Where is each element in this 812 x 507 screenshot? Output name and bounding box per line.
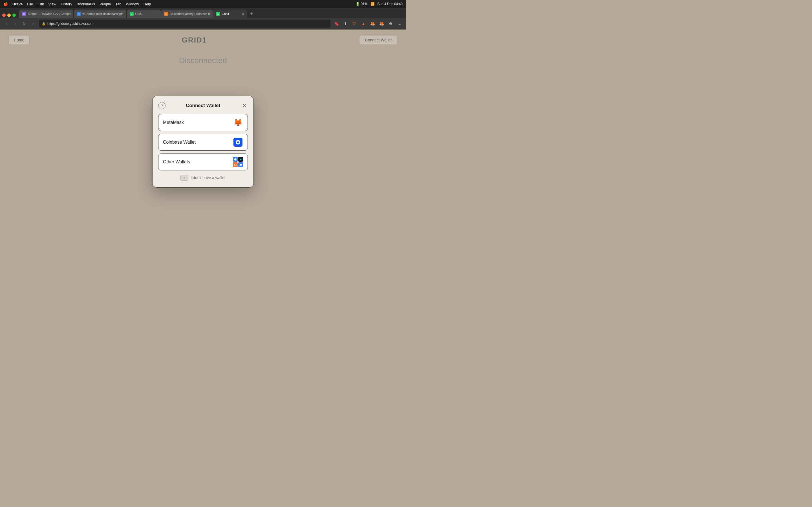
app-name[interactable]: Brave [12, 2, 22, 6]
share-icon[interactable]: ⬆ [342, 20, 349, 27]
toolbar-right: 🔖 ⬆ 🛡 ▲ 🦊 🦊 ⚙ ≡ [333, 20, 403, 27]
other-wallets-option[interactable]: Other Wallets [158, 154, 248, 170]
minimize-window-button[interactable] [7, 13, 11, 17]
wallet-options: MetaMask 🦊 Coinbase Wallet [158, 114, 248, 170]
tab-2[interactable]: ⬡ v1-admin-mint-dashboard/lpfs [74, 10, 126, 18]
menu-window[interactable]: Window [126, 2, 139, 6]
menu-icon[interactable]: ≡ [396, 20, 403, 27]
coinbase-label: Coinbase Wallet [163, 140, 196, 145]
wallet-card-icon [181, 175, 188, 180]
tab-2-favicon: ⬡ [77, 12, 81, 16]
tab-1-favicon: B [22, 12, 26, 16]
brave-shield-icon[interactable]: 🛡 [351, 20, 358, 27]
menu-edit[interactable]: Edit [38, 2, 44, 6]
menu-view[interactable]: View [49, 2, 56, 6]
tab-bar: B Button — Tailwind CSS Compo ⬡ v1-admin… [0, 8, 406, 18]
url-text: https://gridone.yashthakor.com [47, 22, 93, 25]
tab-5-label: Grid1 [221, 12, 240, 15]
forward-button[interactable]: › [12, 20, 18, 27]
tab-4-favicon: C [164, 12, 168, 16]
back-button[interactable]: ‹ [3, 20, 10, 27]
menu-history[interactable]: History [61, 2, 72, 6]
tab-5-favicon: G [216, 12, 220, 16]
other-wallets-label: Other Wallets [163, 159, 190, 165]
metamask-label: MetaMask [163, 120, 184, 125]
other-wallet-1 [233, 157, 238, 162]
no-wallet-text: I don't have a wallet [191, 175, 225, 180]
svg-point-1 [234, 164, 236, 166]
tab-3[interactable]: G Grid1 [127, 10, 161, 18]
other-wallet-4 [238, 162, 243, 167]
brave-rewards-icon[interactable]: ▲ [360, 20, 367, 27]
other-wallet-2 [238, 157, 243, 162]
tab-2-label: v1-admin-mint-dashboard/lpfs [82, 12, 123, 15]
page-content: Home GRID1 Connect Wallet Disconnected ?… [0, 30, 406, 253]
new-tab-button[interactable]: + [248, 10, 255, 17]
apple-menu[interactable]: 🍎 [3, 2, 8, 6]
no-wallet-row[interactable]: I don't have a wallet [158, 175, 248, 180]
modal-title: Connect Wallet [186, 103, 220, 108]
modal-header: ? Connect Wallet ✕ [158, 103, 248, 108]
tab-4-label: CollectionFactory | Address 0 [170, 12, 210, 15]
wifi-icon: 📶 [370, 2, 375, 6]
tab-1-label: Button — Tailwind CSS Compo [28, 12, 70, 15]
menu-bookmarks[interactable]: Bookmarks [77, 2, 95, 6]
battery-status: 🔋 91% [356, 2, 367, 6]
tab-5-close[interactable]: ✕ [242, 12, 244, 16]
bookmark-icon[interactable]: 🔖 [333, 20, 340, 27]
other-wallet-3 [233, 162, 238, 167]
close-modal-button[interactable]: ✕ [241, 102, 248, 109]
address-bar[interactable]: 🔒 https://gridone.yashthakor.com [39, 20, 331, 27]
close-window-button[interactable] [2, 13, 6, 17]
address-bar-row: ‹ › ↻ ⌂ 🔒 https://gridone.yashthakor.com… [0, 18, 406, 29]
metamask-option[interactable]: MetaMask 🦊 [158, 114, 248, 131]
secure-icon: 🔒 [42, 22, 46, 25]
metamask-browser-icon[interactable]: 🦊 [378, 20, 385, 27]
menu-tab[interactable]: Tab [115, 2, 121, 6]
menu-help[interactable]: Help [144, 2, 151, 6]
tab-4[interactable]: C CollectionFactory | Address 0 [161, 10, 213, 18]
modal-overlay: ? Connect Wallet ✕ MetaMask 🦊 Coinbase W… [0, 30, 406, 253]
other-wallets-icon [233, 157, 243, 167]
settings-icon[interactable]: ⚙ [387, 20, 394, 27]
extensions-icon[interactable]: 🦊 [369, 20, 376, 27]
tab-1[interactable]: B Button — Tailwind CSS Compo [19, 10, 73, 18]
tab-3-favicon: G [130, 12, 134, 16]
coinbase-option[interactable]: Coinbase Wallet [158, 134, 248, 151]
browser-chrome: B Button — Tailwind CSS Compo ⬡ v1-admin… [0, 8, 406, 30]
menu-bar-right: 🔋 91% 📶 Sun 4 Dec 04:49 [356, 2, 403, 6]
home-nav-button[interactable]: ⌂ [30, 20, 37, 27]
svg-point-0 [234, 158, 237, 161]
menu-file[interactable]: File [27, 2, 33, 6]
menu-bar-left: 🍎 Brave File Edit View History Bookmarks… [3, 2, 151, 6]
maximize-window-button[interactable] [12, 13, 16, 17]
tab-3-label: Grid1 [135, 12, 158, 15]
menu-bar: 🍎 Brave File Edit View History Bookmarks… [0, 0, 406, 8]
reload-button[interactable]: ↻ [21, 20, 28, 27]
help-icon[interactable]: ? [158, 102, 165, 109]
connect-wallet-modal: ? Connect Wallet ✕ MetaMask 🦊 Coinbase W… [152, 96, 254, 187]
svg-rect-2 [240, 164, 242, 166]
coinbase-icon [233, 137, 243, 147]
datetime: Sun 4 Dec 04:49 [377, 2, 403, 6]
tab-5[interactable]: G Grid1 ✕ [213, 10, 247, 18]
menu-people[interactable]: People [100, 2, 111, 6]
metamask-icon: 🦊 [233, 117, 243, 128]
